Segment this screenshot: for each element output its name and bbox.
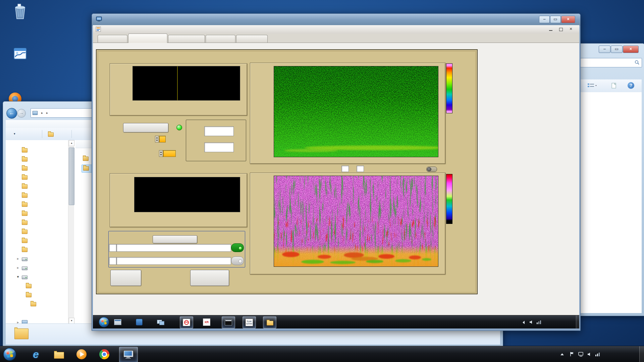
tray-expand-button[interactable] — [558, 351, 566, 358]
tree-item-program-files[interactable] — [6, 192, 74, 200]
tree-item-drivers[interactable] — [6, 156, 74, 164]
raw-drive-select[interactable] — [109, 257, 116, 265]
show-desktop-button[interactable] — [639, 346, 644, 362]
remote-taskbar-terminal[interactable] — [222, 316, 235, 328]
tree-item-users[interactable] — [6, 237, 74, 245]
el-display[interactable] — [204, 142, 234, 152]
tray-volume-icon[interactable] — [587, 352, 592, 357]
tree-item-program-files-x86[interactable] — [6, 201, 74, 209]
remote-taskbar-app-2[interactable] — [133, 316, 146, 328]
chevron-collapsed-icon[interactable] — [17, 320, 19, 323]
tree-item-dell[interactable] — [6, 146, 74, 155]
remote-show-desktop-button[interactable] — [576, 315, 579, 328]
minimize-button[interactable]: – — [599, 46, 610, 53]
restart-processed-file-button[interactable] — [153, 235, 197, 243]
renew-background-button[interactable] — [123, 123, 168, 132]
tree-item-contents[interactable] — [6, 300, 74, 308]
chevron-collapsed-icon[interactable] — [17, 265, 19, 270]
forward-button[interactable]: → — [17, 109, 26, 118]
remote-tray-network-icon[interactable] — [536, 320, 541, 324]
search-input[interactable] — [580, 58, 642, 67]
tree-item-data-d[interactable] — [6, 255, 74, 263]
snr-spinner[interactable] — [159, 150, 163, 157]
tab-wind-profile[interactable] — [236, 35, 268, 43]
backscatter-toggle[interactable] — [426, 167, 437, 172]
stop-software-button[interactable] — [110, 270, 141, 286]
tab-scheduling[interactable] — [206, 35, 235, 43]
remote-taskbar-app-3[interactable] — [154, 316, 167, 328]
main-panel — [96, 49, 478, 294]
computer-icon — [33, 111, 38, 115]
snr-threshold-input[interactable] — [163, 150, 176, 157]
tray-display-icon[interactable] — [578, 352, 584, 357]
taskbar-explorer[interactable] — [50, 347, 67, 362]
tab-real-time-data[interactable] — [128, 34, 167, 43]
taskbar-rdp[interactable] — [119, 347, 138, 362]
az-display[interactable] — [204, 126, 234, 136]
start-button[interactable] — [3, 347, 17, 361]
remote-taskbar-stop-app[interactable] — [180, 316, 193, 328]
rays-in-background-input[interactable] — [159, 136, 166, 142]
taskbar-ie[interactable] — [27, 347, 45, 362]
raw-logging-toggle[interactable] — [231, 256, 244, 265]
vi-minimize-button[interactable] — [546, 26, 555, 32]
tree-item-data[interactable] — [6, 282, 74, 290]
tree-item-windows[interactable] — [6, 246, 74, 254]
tree-item-recovery[interactable] — [6, 210, 74, 218]
raw-path-input[interactable] — [116, 257, 231, 265]
maximize-button[interactable]: ▭ — [611, 46, 623, 53]
tree-item-intel[interactable] — [6, 174, 74, 182]
vi-close-button[interactable]: × — [567, 26, 575, 32]
rdp-titlebar[interactable]: – ▭ × — [92, 14, 580, 25]
folder-icon — [22, 248, 28, 252]
views-button[interactable] — [587, 83, 597, 89]
velocity-chart — [110, 173, 247, 227]
minimize-button[interactable]: – — [539, 16, 550, 23]
processed-path-input[interactable] — [116, 244, 231, 252]
tree-item-network[interactable] — [6, 319, 74, 323]
processed-drive-select[interactable] — [109, 244, 116, 252]
remote-start-button[interactable] — [98, 316, 110, 328]
change-lidar-settings-button[interactable] — [190, 270, 229, 286]
tab-system-setup[interactable] — [98, 35, 127, 43]
maximize-button[interactable]: ▭ — [550, 16, 561, 23]
scrollbar-down-button[interactable]: ▼ — [69, 318, 74, 324]
remote-tray-expand-icon[interactable] — [523, 321, 525, 324]
scrollbar-up-button[interactable]: ▲ — [69, 140, 74, 146]
tree-item-perflogs[interactable] — [6, 183, 74, 191]
close-button[interactable]: × — [623, 46, 639, 53]
vi-titlebar[interactable]: × — [93, 25, 579, 34]
rays-spinner[interactable] — [155, 136, 159, 142]
tree-item-tools[interactable] — [6, 228, 74, 236]
back-button[interactable]: ← — [6, 108, 17, 119]
chevron-expanded-icon[interactable] — [17, 274, 19, 279]
remote-taskbar-xr-app[interactable] — [200, 316, 213, 328]
tree-item-start-here-mac[interactable] — [6, 291, 74, 299]
remote-taskbar-scan-scheduler[interactable] — [243, 316, 256, 328]
tray-action-center-icon[interactable] — [570, 352, 575, 357]
tree-item-temp[interactable] — [6, 219, 74, 227]
average-number-input[interactable] — [341, 166, 349, 172]
close-button[interactable]: × — [561, 16, 575, 23]
preview-pane-button[interactable] — [611, 83, 617, 89]
average-count-input[interactable] — [357, 166, 364, 172]
processed-logging-toggle[interactable] — [231, 243, 244, 252]
taskbar-chrome[interactable] — [96, 347, 113, 362]
tray-network-icon[interactable] — [595, 352, 600, 357]
organize-button[interactable] — [14, 131, 15, 136]
chevron-collapsed-icon[interactable] — [17, 256, 19, 261]
remote-taskbar-folder[interactable] — [263, 316, 276, 328]
tree-scrollbar[interactable]: ▲ ▼ — [68, 140, 74, 323]
taskbar-wmp[interactable] — [73, 347, 90, 362]
led-icon — [238, 259, 242, 263]
remote-taskbar-app-1[interactable] — [111, 316, 124, 328]
tree-item-lacie-g[interactable] — [6, 273, 74, 281]
chrome-icon — [99, 349, 109, 359]
scrollbar-thumb[interactable] — [69, 147, 74, 205]
vi-restore-button[interactable] — [556, 26, 565, 32]
tree-item-edgeport-driver[interactable] — [6, 165, 74, 173]
tab-temp-humidity[interactable] — [168, 35, 205, 43]
remote-tray-volume-icon[interactable] — [529, 320, 534, 324]
help-button[interactable]: ? — [628, 82, 634, 89]
tree-item-elements-e[interactable] — [6, 264, 74, 272]
